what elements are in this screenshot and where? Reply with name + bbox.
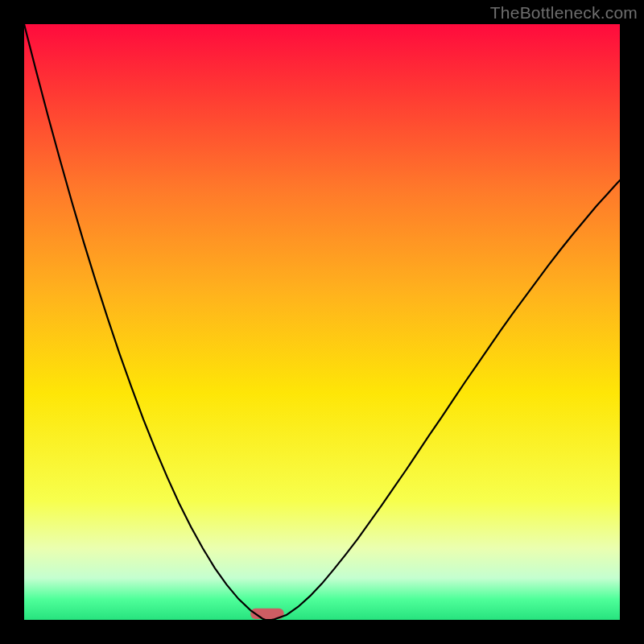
plot-area [24, 24, 620, 620]
gradient-background [24, 24, 620, 620]
chart-frame: TheBottleneck.com [0, 0, 644, 644]
chart-svg [24, 24, 620, 620]
watermark-text: TheBottleneck.com [490, 3, 638, 23]
